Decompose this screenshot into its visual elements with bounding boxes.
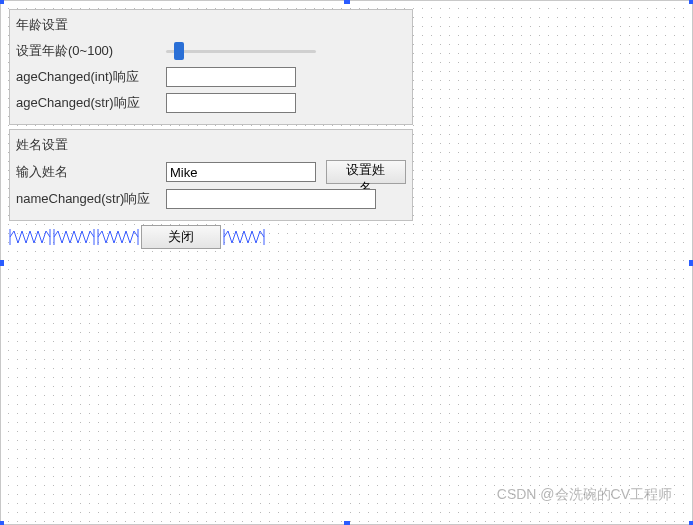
name-group-title: 姓名设置 [16, 136, 406, 154]
name-input-field[interactable] [166, 162, 316, 182]
name-groupbox: 姓名设置 输入姓名 设置姓名 nameChanged(str)响应 [9, 129, 413, 221]
horizontal-spacer-icon [223, 228, 265, 246]
age-str-label: ageChanged(str)响应 [16, 94, 166, 112]
age-slider-thumb[interactable] [174, 42, 184, 60]
resize-handle-w[interactable] [0, 260, 4, 266]
resize-handle-s[interactable] [344, 521, 350, 525]
bottom-button-row: 关闭 [9, 225, 684, 249]
age-groupbox: 年龄设置 设置年龄(0~100) ageChanged(int)响应 ageCh… [9, 9, 413, 125]
name-input-label: 输入姓名 [16, 163, 166, 181]
watermark-text: CSDN @会洗碗的CV工程师 [497, 486, 672, 504]
age-slider-label: 设置年龄(0~100) [16, 42, 166, 60]
resize-handle-nw[interactable] [0, 0, 4, 4]
horizontal-spacer-icon [9, 228, 51, 246]
age-int-field[interactable] [166, 67, 296, 87]
resize-handle-ne[interactable] [689, 0, 693, 4]
age-str-field[interactable] [166, 93, 296, 113]
resize-handle-sw[interactable] [0, 521, 4, 525]
age-slider[interactable] [166, 41, 316, 61]
name-str-label: nameChanged(str)响应 [16, 190, 166, 208]
resize-handle-n[interactable] [344, 0, 350, 4]
close-button[interactable]: 关闭 [141, 225, 221, 249]
age-group-title: 年龄设置 [16, 16, 406, 34]
age-int-label: ageChanged(int)响应 [16, 68, 166, 86]
name-str-field[interactable] [166, 189, 376, 209]
resize-handle-e[interactable] [689, 260, 693, 266]
resize-handle-se[interactable] [689, 521, 693, 525]
horizontal-spacer-icon [53, 228, 95, 246]
horizontal-spacer-icon [97, 228, 139, 246]
form-designer-canvas[interactable]: 年龄设置 设置年龄(0~100) ageChanged(int)响应 ageCh… [0, 0, 693, 525]
set-name-button[interactable]: 设置姓名 [326, 160, 406, 184]
